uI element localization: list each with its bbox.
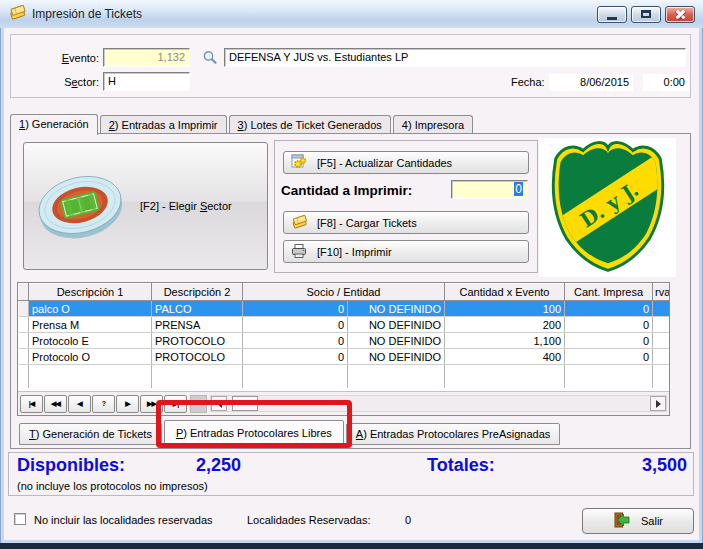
nav-locate-button[interactable]: ?	[92, 395, 115, 413]
tab-page-generacion: [F2] - Elegir Sector [F5] - Actualizar C…	[10, 133, 691, 449]
summary-panel: Disponibles: 2,250 Totales: 3,500 (no in…	[8, 452, 694, 496]
evento-nombre-field[interactable]: DEFENSA Y JUS vs. Estudiantes LP	[224, 48, 686, 67]
col-descripcion-1: Descripción 1	[29, 284, 152, 301]
evento-label: Evento:	[57, 52, 99, 64]
tickets-icon	[8, 4, 26, 24]
search-icon[interactable]	[202, 50, 218, 66]
tab-entradas-protocolares-libres[interactable]: P) Entradas Protocolares Libres	[164, 420, 344, 445]
tickets-icon	[291, 214, 307, 231]
club-shield-logo: D. y J.	[539, 138, 676, 277]
cargar-tickets-button[interactable]: [F8] - Cargar Tickets	[283, 211, 529, 234]
no-incluir-checkbox[interactable]	[14, 513, 26, 525]
main-tabstrip: 1) Generación 2) Entradas a Imprimir 3) …	[10, 112, 475, 134]
left-triangle-icon	[213, 400, 222, 408]
gears-icon	[291, 154, 307, 172]
col-rva: rva.	[653, 284, 671, 301]
stadium-icon	[30, 161, 130, 251]
imprimir-label: [F10] - Imprimir	[317, 246, 392, 258]
tab-entradas-a-imprimir[interactable]: 2) Entradas a Imprimir	[100, 115, 227, 134]
maximize-button[interactable]	[631, 6, 661, 23]
app-window: Impresión de Tickets Evento: 1,132 DEFEN…	[0, 0, 703, 549]
scroll-left-arrow[interactable]	[211, 396, 227, 411]
grid-row-selected[interactable]: palco OPALCO 0NO DEFINIDO 1000	[19, 301, 671, 317]
col-descripcion-2: Descripción 2	[152, 284, 243, 301]
exit-door-icon	[613, 512, 631, 530]
totales-label: Totales:	[427, 455, 495, 476]
totales-value: 3,500	[559, 455, 687, 476]
actualizar-label: [F5] - Actualizar Cantidades	[317, 157, 452, 169]
sector-label: Sector:	[57, 76, 99, 88]
localidades-reservadas-label: Localidades Reservadas:	[247, 514, 371, 526]
grid-row[interactable]: Protocolo OPROTOCOLO 0NO DEFINIDO 4000	[19, 349, 671, 365]
scroll-thumb[interactable]	[232, 396, 258, 411]
grid-header-row: Descripción 1 Descripción 2 Socio / Enti…	[19, 284, 671, 301]
actualizar-cantidades-button[interactable]: [F5] - Actualizar Cantidades	[283, 151, 529, 174]
client-area: Evento: 1,132 DEFENSA Y JUS vs. Estudian…	[4, 28, 699, 540]
grid-row[interactable]: Protocolo EPROTOCOLO 0NO DEFINIDO 1,1000	[19, 333, 671, 349]
print-actions-panel: [F5] - Actualizar Cantidades Cantidad a …	[274, 140, 538, 273]
salir-button[interactable]: Salir	[582, 508, 694, 534]
window-controls	[593, 6, 695, 23]
nav-next-page-button[interactable]: ▶▶	[140, 395, 163, 413]
nav-next-button[interactable]: ▶	[116, 395, 139, 413]
right-triangle-icon	[656, 400, 665, 408]
selected-text: 0	[514, 182, 523, 196]
salir-label: Salir	[641, 515, 663, 527]
col-socio-entidad: Socio / Entidad	[243, 284, 445, 301]
tab-impresora[interactable]: 4) Impresora	[393, 115, 473, 134]
printer-icon	[291, 243, 307, 261]
no-incluir-checkbox-label: No incluir las localidades reservadas	[34, 514, 213, 526]
maximize-icon	[641, 10, 651, 18]
grid-navigator: |◀ ◀◀ ◀ ? ▶ ▶▶ ▶|	[18, 391, 669, 415]
tab-generacion[interactable]: 1) Generación	[10, 114, 98, 135]
fecha-value: 8/06/2015	[549, 74, 633, 91]
window-title: Impresión de Tickets	[32, 7, 142, 21]
elegir-sector-button[interactable]: [F2] - Elegir Sector	[23, 142, 268, 270]
tab-generacion-de-tickets[interactable]: T) Generación de Tickets	[19, 423, 162, 445]
summary-note: (no incluye los protocolos no impresos)	[17, 480, 208, 492]
bottom-tabstrip: T) Generación de Tickets P) Entradas Pro…	[19, 420, 562, 445]
minimize-button[interactable]	[597, 6, 627, 23]
disponibles-label: Disponibles:	[17, 455, 125, 476]
grid-horizontal-scrollbar[interactable]	[210, 395, 667, 412]
col-cantidad-evento: Cantidad x Evento	[445, 284, 565, 301]
fecha-label: Fecha:	[511, 76, 545, 88]
elegir-sector-label: [F2] - Elegir Sector	[140, 200, 232, 212]
sector-input[interactable]: H	[103, 72, 190, 91]
close-icon	[675, 9, 686, 20]
tickets-grid: Descripción 1 Descripción 2 Socio / Enti…	[17, 282, 670, 416]
nav-prior-page-button[interactable]: ◀◀	[44, 395, 67, 413]
tab-lotes-de-ticket[interactable]: 3) Lotes de Ticket Generados	[229, 115, 391, 134]
footer-bar: No incluir las localidades reservadas Lo…	[4, 504, 699, 540]
col-cant-impresa: Cant. Impresa	[565, 284, 653, 301]
grid-corner	[19, 284, 29, 301]
imprimir-button[interactable]: [F10] - Imprimir	[283, 240, 529, 263]
nav-last-button[interactable]: ▶|	[164, 395, 187, 413]
grid-row[interactable]: Prensa MPRENSA 0NO DEFINIDO 2000	[19, 317, 671, 333]
localidades-reservadas-value: 0	[405, 514, 411, 526]
cantidad-imprimir-input[interactable]: 0	[451, 180, 528, 199]
disponibles-value: 2,250	[117, 455, 241, 476]
nav-prior-button[interactable]: ◀	[68, 395, 91, 413]
scroll-right-arrow[interactable]	[650, 396, 666, 411]
minimize-icon	[607, 17, 617, 20]
tab-entradas-protocolares-preasignadas[interactable]: A) Entradas Protocolares PreAsignadas	[346, 423, 560, 445]
cargar-label: [F8] - Cargar Tickets	[317, 217, 417, 229]
nav-spacer	[190, 395, 207, 413]
hora-value: 0:00	[643, 74, 689, 91]
event-header-panel: Evento: 1,132 DEFENSA Y JUS vs. Estudian…	[10, 34, 691, 98]
titlebar: Impresión de Tickets	[0, 0, 703, 28]
close-button[interactable]	[665, 6, 695, 23]
cantidad-imprimir-label: Cantidad a Imprimir:	[281, 183, 412, 198]
evento-input[interactable]: 1,132	[103, 48, 190, 67]
grid-table: Descripción 1 Descripción 2 Socio / Enti…	[18, 283, 670, 388]
nav-first-button[interactable]: |◀	[20, 395, 43, 413]
grid-empty-area	[19, 365, 671, 388]
